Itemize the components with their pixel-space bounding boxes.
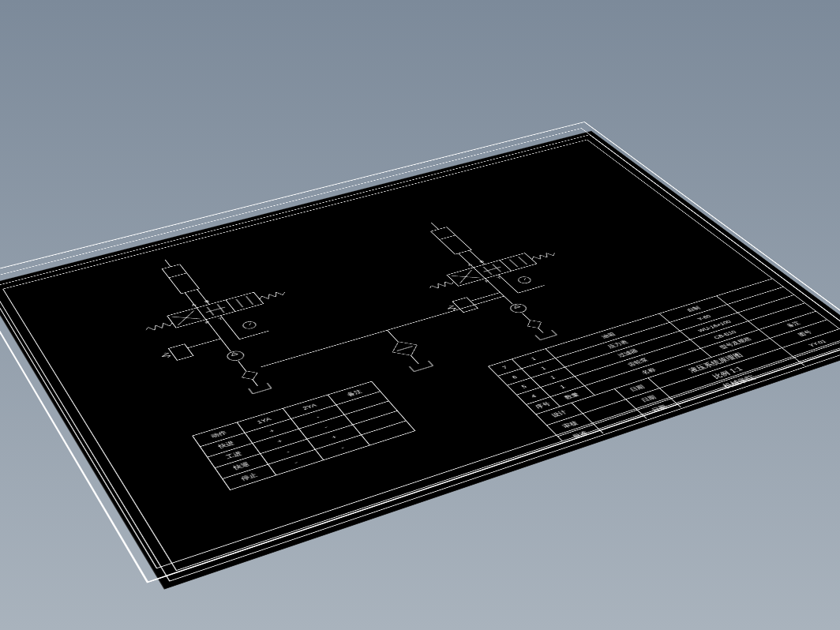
sheet-group: A B P T — [0, 131, 840, 590]
